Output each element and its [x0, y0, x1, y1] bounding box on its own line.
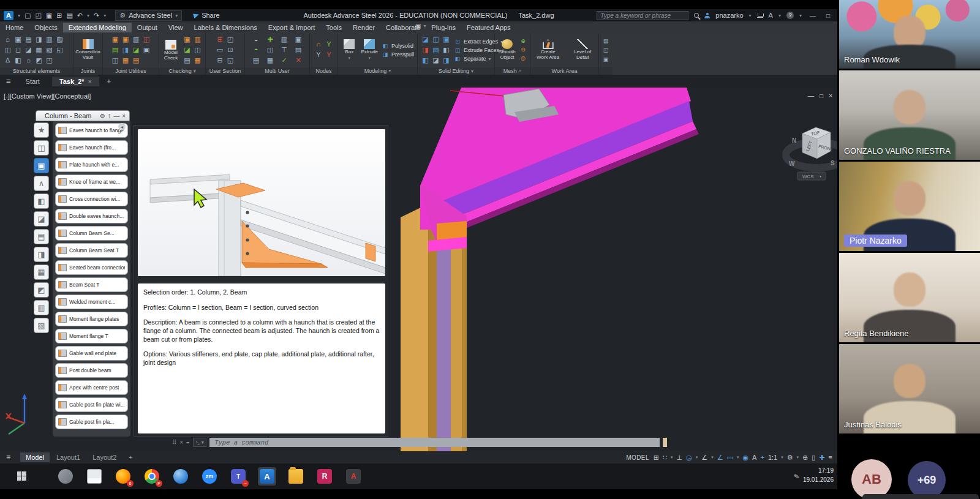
viewport-controls-label[interactable]: [-][Custom View][Conceptual] — [4, 92, 91, 100]
palette-category-button[interactable]: ★ — [34, 122, 49, 138]
ribbon-tool-icon[interactable]: ▣ — [442, 35, 451, 44]
layout-tab[interactable]: Layout1 — [51, 452, 86, 462]
palette-category-button[interactable]: ▤ — [34, 229, 49, 244]
status-toggle-icon[interactable]: ∠ — [701, 454, 707, 462]
panel-label[interactable]: Work Area — [530, 67, 598, 75]
taskbar-app-button[interactable]: 6 — [114, 467, 132, 486]
ribbon-tool-icon[interactable]: ◫ — [266, 45, 275, 54]
ribbon-tool-icon[interactable]: ◪ — [431, 56, 440, 65]
presspull-button[interactable]: ◨ Presspull — [382, 51, 414, 58]
status-toggle-icon[interactable]: ∷ — [663, 454, 667, 462]
panel-label[interactable]: Solid Editing▾ — [418, 67, 494, 75]
ribbon-tool-icon[interactable]: ▤ — [431, 45, 440, 54]
ribbon-tool-icon[interactable]: ◪ — [132, 45, 141, 54]
ribbon-tool-icon[interactable]: ▤ — [602, 37, 610, 46]
joint-list-item[interactable]: Double eaves haunch... — [55, 209, 128, 223]
status-toggle-icon[interactable]: ▾ — [671, 455, 673, 460]
search-icon[interactable] — [694, 13, 699, 18]
ribbon-tool-icon[interactable]: ⊞ — [216, 35, 225, 44]
viewport-close-icon[interactable]: × — [829, 92, 832, 99]
ribbon-tool-icon[interactable]: ⊖ — [519, 46, 527, 55]
ribbon-tool-icon[interactable]: ▣ — [13, 35, 23, 44]
ribbon-tool-icon[interactable]: ◨ — [442, 56, 451, 65]
ribbon-tab[interactable]: Export & Import — [263, 23, 320, 32]
ribbon-tool-icon[interactable]: ▦ — [34, 45, 43, 54]
joint-list-item[interactable]: Column Beam Se... — [55, 226, 128, 241]
layout-menu-icon[interactable]: ≡ — [0, 453, 17, 462]
ribbon-tool-icon[interactable]: Y — [325, 50, 334, 59]
status-toggle-icon[interactable]: ≡ — [829, 454, 832, 461]
ribbon-tool-icon[interactable]: ◪ — [421, 35, 430, 44]
autodesk-caret-icon[interactable]: ▾ — [778, 13, 781, 18]
redo-caret-icon[interactable]: ▾ — [104, 13, 106, 18]
panel-label[interactable]: Joints — [74, 67, 102, 75]
status-toggle-icon[interactable]: ▾ — [737, 455, 739, 460]
ribbon-tool-icon[interactable]: ▭ — [216, 45, 225, 54]
ribbon-tool-icon[interactable]: ◨ — [421, 45, 430, 54]
status-toggle-icon[interactable]: ⊞ — [654, 454, 659, 462]
ribbon-tool-icon[interactable]: ⊤ — [280, 45, 289, 54]
help-caret-icon[interactable]: ▾ — [799, 13, 802, 18]
workspace-switcher[interactable]: ⚙ Advance Steel ▾ — [115, 10, 182, 21]
joint-list-item[interactable]: Post double beam — [55, 363, 128, 378]
ribbon-tab[interactable]: Featured Apps — [461, 23, 516, 32]
ribbon-tool-icon[interactable]: ◫ — [602, 46, 610, 55]
ribbon-tool-icon[interactable]: ◨ — [121, 45, 130, 54]
ribbon-tool-icon[interactable]: ▤ — [183, 56, 192, 65]
ribbon-tool-icon[interactable]: ◻ — [13, 45, 23, 54]
status-toggle-icon[interactable]: ⚙ — [787, 454, 793, 462]
app-logo-icon[interactable]: A — [4, 11, 13, 20]
palette-category-button[interactable]: ▧ — [34, 318, 49, 333]
ribbon-tool-icon[interactable]: ◨ — [34, 35, 43, 44]
ribbon-tool-icon[interactable]: ▤ — [294, 45, 303, 54]
taskbar-app-button[interactable]: R — [315, 467, 334, 486]
status-toggle-icon[interactable]: ◶ — [686, 454, 692, 462]
print-icon[interactable]: ▤ — [66, 12, 72, 20]
ribbon-tool-icon[interactable]: ▦ — [121, 56, 130, 65]
ribbon-tool-icon[interactable]: ▨ — [55, 35, 64, 44]
ribbon-tool-icon[interactable]: ▣ — [111, 35, 120, 44]
participant-video-tile[interactable]: Regita Bendikienė — [839, 253, 980, 342]
ribbon-tool-icon[interactable]: ⌂ — [24, 56, 33, 65]
joint-list-item[interactable]: Welded moment c... — [55, 295, 128, 309]
status-toggle-icon[interactable]: 1:1 — [768, 454, 777, 461]
taskbar-app-button[interactable]: zm — [200, 467, 219, 486]
joint-list-item[interactable]: Seated beam connection — [55, 260, 128, 275]
layout-tab[interactable]: Layout2 — [87, 452, 122, 462]
ribbon-tab[interactable]: Output — [132, 23, 163, 32]
participant-video-tile[interactable]: GONZALO VALIÑO RIESTRA — [839, 70, 980, 160]
ribbon-tool-icon[interactable]: ◰ — [45, 56, 54, 65]
status-toggle-icon[interactable]: ▯ — [812, 454, 815, 462]
search-input[interactable] — [597, 11, 688, 20]
ribbon-tool-icon[interactable]: ◱ — [226, 56, 235, 65]
panel-label[interactable]: Checking▾ — [159, 67, 205, 75]
taskbar-app-button[interactable]: P — [143, 467, 161, 486]
status-toggle-icon[interactable]: ⊕ — [802, 454, 808, 462]
taskbar-app-button[interactable]: A — [344, 467, 363, 486]
ribbon-tool-icon[interactable]: ▣ — [142, 45, 151, 54]
status-toggle-icon[interactable]: ▾ — [711, 455, 714, 460]
ribbon-tool-icon[interactable]: ▦ — [266, 56, 275, 65]
palette-category-button[interactable]: ◨ — [34, 247, 49, 262]
ribbon-tool-icon[interactable]: ⊕ — [519, 37, 527, 47]
extrude-button[interactable]: Extrude ▾ — [361, 39, 379, 61]
ribbon-tool-icon[interactable]: ◧ — [13, 56, 23, 65]
create-work-area-button[interactable]: Create Work Area — [533, 39, 562, 61]
ribbon-tool-icon[interactable]: ▥ — [132, 35, 141, 44]
taskbar-app-button[interactable] — [85, 467, 104, 486]
participant-video-tile[interactable]: Roman Wdowik — [839, 0, 980, 69]
ribbon-tool-icon[interactable]: ◱ — [55, 45, 64, 54]
status-toggle-icon[interactable]: ∠ — [717, 454, 723, 462]
ribbon-tab[interactable]: Plug-ins — [426, 23, 461, 32]
model-check-button[interactable]: Model Check — [162, 40, 179, 61]
taskbar-clock[interactable]: 17:19 19.01.2026 — [803, 467, 834, 484]
status-toggle-icon[interactable]: ⊥ — [677, 454, 683, 462]
model-space-button[interactable]: MODEL — [626, 454, 649, 461]
ribbon-tool-icon[interactable]: ◪ — [24, 45, 33, 54]
ribbon-tool-icon[interactable]: ✕ — [294, 56, 303, 65]
ribbon-tool-icon[interactable]: ◫ — [111, 56, 120, 65]
ribbon-tool-icon[interactable]: ▣ — [602, 55, 610, 64]
ribbon-tab[interactable]: Home — [0, 23, 29, 32]
panel-label[interactable]: User Section — [206, 67, 244, 75]
ribbon-tab[interactable]: Render — [347, 23, 380, 32]
